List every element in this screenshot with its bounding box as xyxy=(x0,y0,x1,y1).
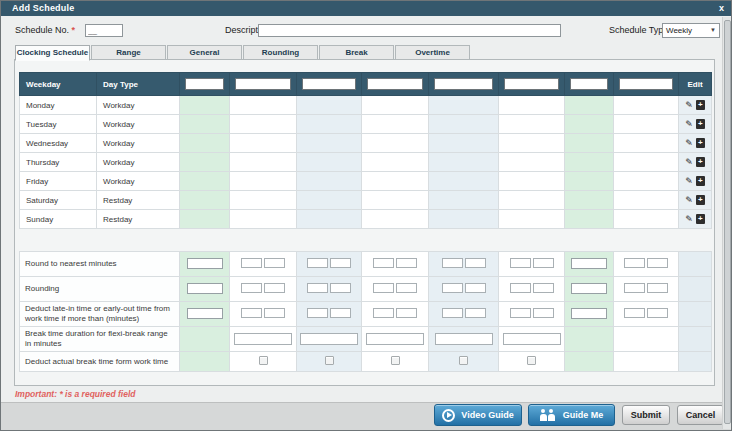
pencil-icon[interactable]: ✎ xyxy=(685,158,693,167)
schedule-type-select[interactable]: Weekly ▼ xyxy=(662,23,720,38)
rounding-pair-input[interactable] xyxy=(442,308,463,318)
guide-me-label: Guide Me xyxy=(563,410,604,420)
time-cell xyxy=(499,172,565,191)
copy-plus-icon[interactable] xyxy=(696,214,705,224)
description-input[interactable] xyxy=(258,24,561,37)
rounding-pair-input[interactable] xyxy=(396,283,417,293)
rounding-single-input[interactable] xyxy=(187,258,223,269)
video-guide-label: Video Guide xyxy=(461,410,513,420)
rounding-pair-input[interactable] xyxy=(330,258,351,268)
rounding-single-input[interactable] xyxy=(571,258,607,269)
copy-plus-icon[interactable] xyxy=(696,119,705,129)
copy-plus-icon[interactable] xyxy=(696,100,705,110)
time-cell xyxy=(499,191,565,210)
rounding-pair-input[interactable] xyxy=(241,308,262,318)
rounding-single-input[interactable] xyxy=(187,283,223,294)
rounding-pair-input[interactable] xyxy=(373,258,394,268)
submit-button[interactable]: Submit xyxy=(622,405,670,425)
time-column-header-input[interactable] xyxy=(570,78,608,90)
tab-general[interactable]: General xyxy=(167,45,242,60)
rounding-single-input[interactable] xyxy=(571,283,607,294)
time-column-header-input[interactable] xyxy=(185,78,224,90)
time-cell xyxy=(429,134,499,153)
guide-me-button[interactable]: Guide Me xyxy=(528,404,615,426)
break-duration-input[interactable] xyxy=(234,333,292,345)
schedule-no-input[interactable] xyxy=(85,24,123,37)
rounding-single-input[interactable] xyxy=(187,308,223,319)
tab-rounding[interactable]: Rounding xyxy=(243,45,318,60)
rounding-pair-input[interactable] xyxy=(373,283,394,293)
rounding-pair-input[interactable] xyxy=(624,258,645,268)
rounding-pair-input[interactable] xyxy=(330,283,351,293)
rounding-single-input[interactable] xyxy=(571,308,607,319)
time-column-header-input[interactable] xyxy=(235,78,291,90)
rounding-pair-input[interactable] xyxy=(647,308,668,318)
deduct-break-checkbox[interactable] xyxy=(391,356,400,365)
rounding-pair-input[interactable] xyxy=(533,308,554,318)
break-duration-input[interactable] xyxy=(366,333,424,345)
rounding-pair-input[interactable] xyxy=(442,258,463,268)
cancel-button[interactable]: Cancel xyxy=(677,405,724,425)
setting-label-cell: Deduct actual break time form work time xyxy=(20,352,180,372)
required-field-note: Important: * is a required field xyxy=(15,389,135,399)
tab-break[interactable]: Break xyxy=(319,45,394,60)
time-cell xyxy=(565,172,614,191)
edit-actions: ✎ xyxy=(685,119,705,129)
rounding-pair-input[interactable] xyxy=(396,308,417,318)
tab-overtime[interactable]: Overtime xyxy=(395,45,470,60)
rounding-pair-input[interactable] xyxy=(264,283,285,293)
setting-cell xyxy=(565,327,614,352)
pencil-icon[interactable]: ✎ xyxy=(685,120,693,129)
rounding-pair-input[interactable] xyxy=(533,283,554,293)
rounding-pair-input[interactable] xyxy=(533,258,554,268)
video-guide-button[interactable]: Video Guide xyxy=(434,404,522,426)
pencil-icon[interactable]: ✎ xyxy=(685,177,693,186)
rounding-pair-input[interactable] xyxy=(647,283,668,293)
scrollbar-thumb[interactable] xyxy=(724,20,731,424)
close-icon[interactable]: x xyxy=(719,1,724,16)
rounding-pair-input[interactable] xyxy=(510,258,531,268)
rounding-pair-input[interactable] xyxy=(264,258,285,268)
rounding-pair-input[interactable] xyxy=(307,308,328,318)
copy-plus-icon[interactable] xyxy=(696,157,705,167)
pencil-icon[interactable]: ✎ xyxy=(685,139,693,148)
rounding-pair-input[interactable] xyxy=(442,283,463,293)
rounding-pair-input[interactable] xyxy=(465,258,486,268)
rounding-pair-input[interactable] xyxy=(465,283,486,293)
tab-clocking-schedule[interactable]: Clocking Schedule xyxy=(15,45,90,61)
rounding-pair-input[interactable] xyxy=(510,283,531,293)
rounding-pair-input[interactable] xyxy=(647,258,668,268)
rounding-pair-input[interactable] xyxy=(307,283,328,293)
time-column-header-input[interactable] xyxy=(434,78,493,90)
pencil-icon[interactable]: ✎ xyxy=(685,196,693,205)
rounding-pair-input[interactable] xyxy=(624,308,645,318)
time-column-header-input[interactable] xyxy=(302,78,356,90)
deduct-break-checkbox[interactable] xyxy=(459,356,468,365)
rounding-pair-input[interactable] xyxy=(241,283,262,293)
deduct-break-checkbox[interactable] xyxy=(259,356,268,365)
break-duration-input[interactable] xyxy=(435,333,493,345)
setting-cell xyxy=(429,302,499,327)
rounding-pair-input[interactable] xyxy=(307,258,328,268)
break-duration-input[interactable] xyxy=(503,333,561,345)
rounding-pair-input[interactable] xyxy=(510,308,531,318)
pencil-icon[interactable]: ✎ xyxy=(685,101,693,110)
rounding-pair-input[interactable] xyxy=(373,308,394,318)
time-column-header-input[interactable] xyxy=(504,78,559,90)
pencil-icon[interactable]: ✎ xyxy=(685,215,693,224)
copy-plus-icon[interactable] xyxy=(696,176,705,186)
tab-range[interactable]: Range xyxy=(91,45,166,60)
time-column-header-input[interactable] xyxy=(619,78,673,90)
deduct-break-checkbox[interactable] xyxy=(527,356,536,365)
rounding-pair-input[interactable] xyxy=(241,258,262,268)
rounding-pair-input[interactable] xyxy=(396,258,417,268)
copy-plus-icon[interactable] xyxy=(696,138,705,148)
rounding-pair-input[interactable] xyxy=(330,308,351,318)
break-duration-input[interactable] xyxy=(300,333,358,345)
deduct-break-checkbox[interactable] xyxy=(325,356,334,365)
rounding-pair-input[interactable] xyxy=(624,283,645,293)
copy-plus-icon[interactable] xyxy=(696,195,705,205)
rounding-pair-input[interactable] xyxy=(465,308,486,318)
time-column-header-input[interactable] xyxy=(367,78,423,90)
rounding-pair-input[interactable] xyxy=(264,308,285,318)
